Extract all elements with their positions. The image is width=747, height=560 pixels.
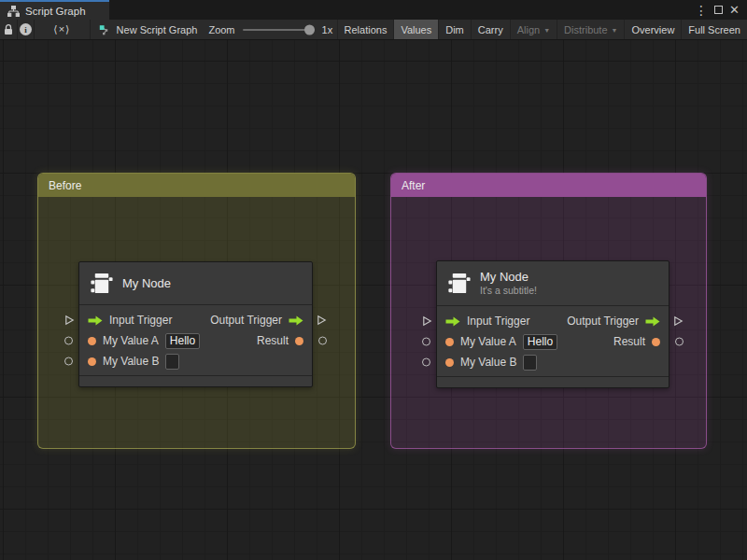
outside-trigger-port-right[interactable]: [317, 315, 327, 326]
graph-name-label: New Script Graph: [117, 24, 198, 35]
trigger-port-icon[interactable]: [289, 315, 303, 326]
toolbar-button-overview[interactable]: Overview: [624, 20, 681, 39]
graph-breadcrumb[interactable]: New Script Graph: [90, 20, 204, 39]
script-graph-asset-icon: [99, 23, 109, 36]
graph-canvas[interactable]: Before After M: [0, 40, 747, 560]
outside-trigger-port-right[interactable]: [673, 315, 684, 327]
port-label-result: Result: [613, 335, 645, 348]
value-port-icon[interactable]: [295, 337, 303, 345]
tab-bar: Script Graph ⋮ ✕: [0, 0, 747, 20]
outside-value-port-right[interactable]: [675, 338, 684, 346]
port-label-my-value-a: My Value A: [460, 335, 516, 348]
value-port-icon[interactable]: [445, 358, 454, 367]
chevron-down-icon: ▼: [543, 27, 550, 34]
port-label-input-trigger: Input Trigger: [109, 314, 172, 327]
value-row-a: My Value A Hello Result: [437, 331, 669, 352]
value-row-b: My Value B: [437, 352, 669, 372]
info-icon: i: [20, 23, 32, 35]
group-before-header[interactable]: Before: [38, 174, 355, 197]
trigger-port-icon[interactable]: [88, 315, 103, 326]
outside-value-port-left[interactable]: [64, 357, 73, 366]
lock-button[interactable]: [0, 20, 17, 39]
node-title: My Node: [122, 276, 171, 290]
group-label: After: [402, 179, 425, 192]
code-preview-button[interactable]: ⟨×⟩: [35, 20, 90, 39]
trigger-row: Input Trigger Output Trigger: [79, 310, 312, 330]
value-port-icon[interactable]: [88, 357, 96, 366]
code-icon: ⟨×⟩: [53, 23, 70, 35]
lock-icon: [4, 24, 13, 35]
port-label-output-trigger: Output Trigger: [567, 315, 639, 328]
node-subtitle: It's a subtitle!: [480, 285, 537, 297]
button-label: Dim: [445, 24, 464, 35]
graph-hierarchy-icon: [7, 6, 20, 17]
port-label-output-trigger: Output Trigger: [210, 314, 282, 327]
unit-icon: [89, 271, 114, 296]
node-title: My Node: [480, 270, 537, 284]
zoom-slider[interactable]: [243, 29, 315, 31]
trigger-port-icon[interactable]: [445, 316, 460, 327]
close-icon[interactable]: ✕: [729, 4, 740, 16]
port-label-input-trigger: Input Trigger: [467, 315, 529, 328]
zoom-level-value: 1x: [322, 24, 337, 35]
group-after-header[interactable]: After: [391, 174, 706, 197]
value-row-a: My Value A Hello Result: [79, 330, 312, 351]
zoom-control: Zoom 1x: [204, 20, 336, 39]
script-graph-window: Script Graph ⋮ ✕ i ⟨×⟩: [0, 0, 747, 560]
button-label: Values: [401, 24, 431, 35]
toolbar-button-fullscreen[interactable]: Full Screen: [681, 20, 747, 39]
value-a-input[interactable]: Hello: [165, 333, 200, 349]
chevron-down-icon: ▼: [612, 27, 618, 34]
value-row-b: My Value B: [79, 351, 312, 371]
node-header[interactable]: My Node: [79, 262, 312, 305]
window-menu-icon[interactable]: ⋮: [695, 4, 708, 17]
button-label: Overview: [631, 24, 674, 35]
toolbar-button-dim[interactable]: Dim: [438, 20, 471, 39]
zoom-label: Zoom: [208, 24, 234, 35]
button-label: Align: [517, 24, 540, 35]
button-label: Relations: [345, 24, 388, 35]
graph-toolbar: i ⟨×⟩ New Script Graph Zoom 1x Relations: [0, 20, 747, 40]
trigger-row: Input Trigger Output Trigger: [437, 311, 669, 331]
value-a-input[interactable]: Hello: [523, 334, 557, 350]
unit-icon: [446, 271, 472, 296]
outside-value-port-left[interactable]: [64, 337, 73, 345]
button-label: Full Screen: [688, 24, 740, 35]
node-footer: [437, 376, 669, 387]
tab-script-graph[interactable]: Script Graph: [0, 0, 109, 20]
value-port-icon[interactable]: [652, 338, 660, 346]
trigger-port-icon[interactable]: [645, 316, 660, 327]
toolbar-button-distribute[interactable]: Distribute ▼: [557, 20, 624, 39]
outside-trigger-port-left[interactable]: [64, 315, 75, 326]
button-label: Carry: [478, 24, 503, 35]
outside-value-port-left[interactable]: [422, 358, 430, 367]
node-my-node-after[interactable]: My Node It's a subtitle! Input Trigger: [436, 260, 669, 388]
port-label-result: Result: [257, 334, 289, 347]
value-port-icon[interactable]: [88, 337, 96, 345]
toolbar-button-relations[interactable]: Relations: [337, 20, 394, 39]
zoom-slider-handle[interactable]: [304, 24, 315, 35]
node-footer: [79, 375, 312, 386]
value-port-icon[interactable]: [445, 338, 454, 346]
maximize-icon[interactable]: [714, 6, 723, 14]
value-b-input[interactable]: [523, 355, 537, 371]
node-body: Input Trigger Output Trigger: [437, 306, 669, 376]
button-label: Distribute: [564, 24, 607, 35]
group-label: Before: [49, 179, 81, 192]
toolbar-button-align[interactable]: Align ▼: [510, 20, 557, 39]
port-label-my-value-a: My Value A: [103, 334, 159, 347]
outside-value-port-left[interactable]: [422, 338, 430, 346]
tab-title: Script Graph: [25, 6, 86, 17]
outside-value-port-right[interactable]: [318, 337, 327, 345]
window-controls: ⋮ ✕: [695, 0, 747, 20]
toolbar-button-values[interactable]: Values: [393, 20, 438, 39]
outside-trigger-port-left[interactable]: [422, 315, 432, 327]
node-my-node-before[interactable]: My Node Input Trigger Output Trigge: [78, 261, 313, 387]
node-header[interactable]: My Node It's a subtitle!: [437, 261, 669, 306]
toolbar-button-carry[interactable]: Carry: [471, 20, 510, 39]
port-label-my-value-b: My Value B: [460, 356, 516, 369]
value-b-input[interactable]: [165, 354, 179, 370]
port-label-my-value-b: My Value B: [103, 355, 159, 368]
node-body: Input Trigger Output Trigger: [79, 305, 312, 375]
info-button[interactable]: i: [18, 20, 35, 39]
